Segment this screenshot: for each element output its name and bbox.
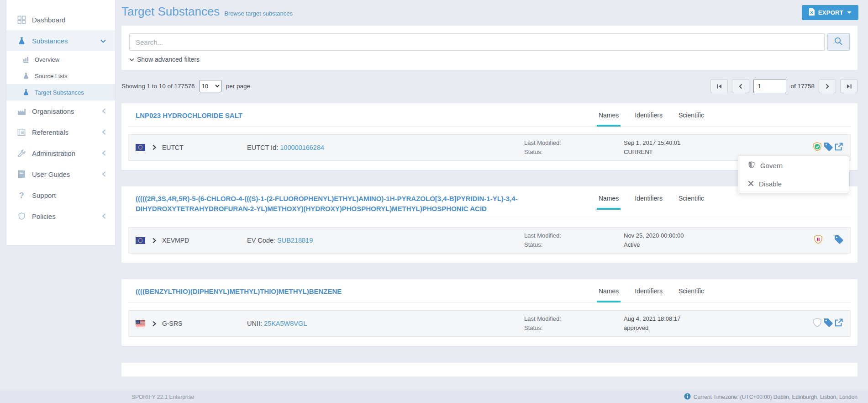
- row-actions: [813, 142, 843, 154]
- substance-tabs: Names Identifiers Scientific: [597, 111, 706, 127]
- list-icon: [16, 128, 26, 136]
- first-page-button[interactable]: [710, 79, 728, 93]
- context-menu-item-govern[interactable]: Govern: [738, 156, 849, 175]
- advanced-filters-label: Show advanced filters: [137, 56, 200, 63]
- results-summary: Showing 1 to 10 of 177576: [121, 83, 195, 90]
- governance-shield-paused-icon[interactable]: [813, 234, 823, 246]
- governance-shield-empty-icon[interactable]: [812, 318, 822, 329]
- status-label: Status:: [524, 240, 624, 249]
- sidebar-item-label: Dashboard: [32, 16, 106, 24]
- source-id-link[interactable]: 100000166284: [280, 144, 324, 151]
- eu-flag-icon: [136, 144, 145, 151]
- tab-names[interactable]: Names: [597, 195, 621, 210]
- sidebar-item-dashboard[interactable]: Dashboard: [6, 9, 115, 30]
- last-page-button[interactable]: [840, 79, 857, 93]
- row-actions: [813, 234, 843, 246]
- sidebar-item-overview[interactable]: Overview: [6, 51, 115, 68]
- tab-scientific[interactable]: Scientific: [677, 287, 706, 302]
- search-icon: [834, 37, 843, 48]
- search-button[interactable]: [827, 33, 850, 51]
- tab-scientific[interactable]: Scientific: [677, 111, 706, 127]
- sidebar-item-label: Substances: [32, 37, 100, 45]
- row-meta: Last Modified: Status: Nov 25, 2020 00:0…: [524, 231, 813, 249]
- tab-scientific[interactable]: Scientific: [677, 195, 706, 210]
- tag-icon[interactable]: [834, 235, 843, 246]
- breadcrumb-subtitle[interactable]: Browse target substances: [224, 10, 293, 17]
- sidebar-item-policies[interactable]: Policies: [6, 206, 115, 227]
- sidebar-item-label: User Guides: [32, 170, 102, 178]
- tab-identifiers[interactable]: Identifiers: [633, 287, 664, 302]
- sidebar-item-user-guides[interactable]: User Guides: [6, 164, 115, 185]
- main-content: Target Substances Browse target substanc…: [115, 0, 868, 391]
- footer: SPORIFY 22.1 Enterprise Current Timezone…: [0, 391, 868, 403]
- book-icon: [16, 170, 26, 178]
- total-pages-label: of 17758: [790, 83, 815, 90]
- chevron-right-icon[interactable]: [152, 144, 157, 150]
- tab-identifiers[interactable]: Identifiers: [633, 195, 664, 210]
- question-mark-icon: ?: [16, 191, 26, 200]
- chevron-left-icon: [102, 170, 106, 178]
- tag-icon[interactable]: [824, 142, 833, 153]
- context-menu-item-disable[interactable]: Disable: [738, 175, 849, 193]
- tag-icon[interactable]: [824, 318, 833, 329]
- sidebar-item-referentials[interactable]: Referentials: [6, 122, 115, 143]
- sidebar-item-label: Target Substances: [35, 89, 84, 96]
- export-button-label: EXPORT: [818, 9, 843, 16]
- shield-icon: [16, 212, 26, 221]
- last-modified-value: Nov 25, 2020 00:00:00: [624, 231, 813, 240]
- dashboard-icon: [16, 16, 26, 24]
- chevron-left-icon: [102, 107, 106, 115]
- sidebar-item-label: Overview: [35, 56, 59, 63]
- sidebar-item-substances[interactable]: Substances: [6, 30, 115, 51]
- caret-down-icon: [847, 11, 852, 14]
- chevron-right-icon[interactable]: [152, 321, 157, 327]
- sidebar-item-source-lists[interactable]: Source Lists: [6, 68, 115, 84]
- previous-page-button[interactable]: [732, 79, 749, 93]
- tab-names[interactable]: Names: [597, 287, 621, 302]
- chevron-right-icon[interactable]: [152, 238, 157, 244]
- tab-names[interactable]: Names: [597, 111, 621, 127]
- source-row: G-SRS UNII: 25KA5W8VGL Last Modified: St…: [128, 310, 851, 337]
- substance-name-link[interactable]: LNP023 HYDROCHLORIDE SALT: [136, 111, 242, 121]
- last-modified-label: Last Modified:: [524, 231, 624, 240]
- factory-icon: [16, 107, 26, 115]
- last-modified-label: Last Modified:: [524, 314, 624, 323]
- search-input[interactable]: [129, 33, 825, 51]
- next-page-button[interactable]: [819, 79, 836, 93]
- row-meta: Last Modified: Status: Aug 4, 2021 18:08…: [524, 314, 813, 333]
- status-value: approved: [624, 323, 813, 333]
- flask-icon: [22, 89, 30, 96]
- eu-flag-icon: [136, 237, 145, 244]
- sidebar-item-organisations[interactable]: Organisations: [6, 101, 115, 122]
- excel-file-icon: [809, 8, 815, 17]
- export-button[interactable]: EXPORT: [802, 5, 858, 20]
- source-id: EUTCT Id: 100000166284: [247, 144, 324, 151]
- source-name: XEVMPD: [162, 237, 247, 244]
- external-link-icon[interactable]: [834, 142, 843, 153]
- external-link-icon[interactable]: [834, 318, 843, 329]
- empty-list-band: [121, 363, 857, 376]
- page-size-select[interactable]: 10: [200, 80, 221, 92]
- sidebar-item-support[interactable]: ? Support: [6, 185, 115, 206]
- source-id-link[interactable]: 25KA5W8VGL: [264, 320, 307, 327]
- sidebar-item-administration[interactable]: Administration: [6, 143, 115, 164]
- advanced-filters-toggle[interactable]: Show advanced filters: [129, 56, 200, 63]
- sidebar-item-target-substances[interactable]: Target Substances: [6, 84, 115, 101]
- row-actions: [813, 318, 843, 329]
- last-modified-value: Aug 4, 2021 18:08:17: [624, 314, 813, 323]
- chevron-down-icon: [129, 56, 134, 63]
- flask-icon: [22, 72, 30, 80]
- source-id-link[interactable]: SUB218819: [277, 237, 313, 244]
- substance-name-link[interactable]: ((((BENZYLTHIO)(DIPHENYL)METHYL)THIO)MET…: [136, 286, 342, 297]
- status-label: Status:: [524, 323, 624, 333]
- source-name: EUTCT: [162, 144, 247, 151]
- source-id-label: EUTCT Id:: [247, 144, 278, 151]
- bar-chart-icon: [22, 56, 30, 63]
- tab-identifiers[interactable]: Identifiers: [633, 111, 664, 127]
- shield-half-icon: [748, 161, 755, 170]
- status-value: Active: [624, 240, 813, 249]
- page-number-input[interactable]: [753, 79, 786, 93]
- governance-shield-approved-icon[interactable]: [812, 142, 822, 154]
- substance-name-link[interactable]: (((((2R,3S,4R,5R)-5-(6-CHLORO-4-(((S)-1-…: [136, 194, 549, 214]
- info-icon: [684, 393, 691, 401]
